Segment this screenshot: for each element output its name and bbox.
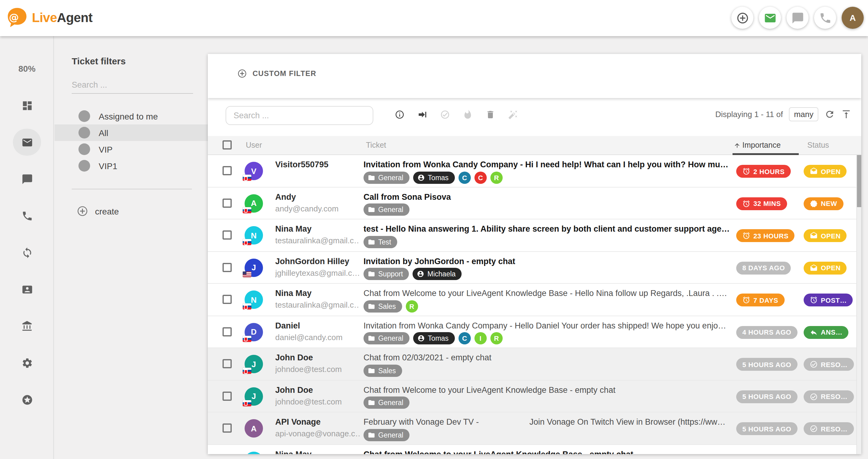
sk-flag-icon [243,239,251,245]
user-email: api-vonage@vonage.c… [275,429,360,438]
status-badge: OPEN [804,261,847,274]
us-flag-icon [243,271,251,277]
liveagent-bubble-icon: @ [5,6,28,29]
dashboard-icon [21,100,33,111]
sidebar-item-billing[interactable] [13,313,41,339]
sidebar-item-dashboard[interactable] [13,92,41,119]
filter-item-vip[interactable]: VIP [55,141,208,158]
brand-text: LiveAgent [32,10,93,25]
account-avatar[interactable]: A [842,7,864,29]
sidebar-item-tickets[interactable] [13,129,41,156]
calls-button[interactable] [814,7,836,29]
sidebar-item-chats[interactable] [13,165,41,192]
filters-search-input[interactable] [72,76,193,94]
sidebar-item-settings[interactable] [13,349,41,376]
open-envelope-icon [810,264,818,272]
ticket-row[interactable]: VVisitor550795Invitation from Wonka Cand… [208,155,861,187]
custom-filter-label: CUSTOM FILTER [253,69,316,78]
info-icon[interactable] [395,110,405,120]
row-checkbox[interactable] [222,391,232,400]
sk-flag-icon [243,400,251,406]
column-importance-sort[interactable]: Importance [734,141,781,150]
person-circle-icon [417,270,425,277]
sidebar-item-contacts[interactable] [13,276,41,303]
chats-button[interactable] [786,7,809,29]
ticket-title[interactable]: Invitation from Wonka Candy Company - He… [364,321,730,330]
column-status[interactable]: Status [807,141,829,150]
scrollbar[interactable] [856,155,861,454]
transfer-icon[interactable] [417,110,427,120]
create-filter-button[interactable]: create [76,205,119,217]
filter-label: Assigned to me [99,111,158,121]
scroll-top-icon[interactable] [841,109,851,120]
ticket-title[interactable]: Invitation from Wonka Candy Company - Hi… [364,160,730,169]
status-cell: NEW [804,197,843,210]
ticket-row[interactable]: DDanieldaniel@candy.comInvitation from W… [208,316,861,348]
add-new-button[interactable] [731,7,753,29]
sidebar-item-automation[interactable] [13,239,41,266]
ticket-row[interactable]: JJohnGordon Hilleyjghilleytexas@gmail.c…… [208,252,861,284]
filter-item-all[interactable]: All [55,124,208,141]
status-badge: RESO… [804,358,854,371]
ticket-row[interactable]: NNina Maytestauralinka@gmail.c…Chat from… [208,445,861,454]
refresh-icon[interactable] [825,109,835,120]
select-all-checkbox[interactable] [222,140,232,150]
importance-cell: 23 HOURS [736,229,795,242]
top-header: @ LiveAgent A [0,0,868,36]
row-checkbox[interactable] [222,263,232,272]
importance-cell: 5 HOURS AGO [736,390,798,403]
ticket-title[interactable]: February with Vonage Dev TV - Join Vonag… [364,417,730,427]
ticket-row[interactable]: JJohn Doejohndoe@test.comChat from Welco… [208,380,861,413]
page-size-box[interactable]: many [789,107,818,121]
department-tag: General [364,332,409,345]
tickets-toolbar: Displaying 1 - 11 of many [208,98,861,136]
row-checkbox[interactable] [222,198,232,207]
custom-filter-button[interactable]: CUSTOM FILTER [237,69,316,78]
user-email: testauralinka@gmail.c… [275,236,360,245]
ticket-row[interactable]: JJohn Doejohndoe@test.comChat from 02/03… [208,348,861,380]
filter-item-assigned-to-me[interactable]: Assigned to me [55,108,208,124]
ticket-title[interactable]: Call from Sona Pisova [364,192,730,201]
ticket-title[interactable]: Chat from Welcome to your LiveAgent Know… [364,450,730,454]
ticket-row[interactable]: NNina Maytestauralinka@gmail.c…test - He… [208,219,861,252]
row-checkbox[interactable] [222,166,232,175]
resolve-icon[interactable] [440,110,450,120]
merge-icon[interactable] [508,110,518,120]
ticket-row[interactable]: NNina Maytestauralinka@gmail.c…Chat from… [208,284,861,316]
folder-icon [368,238,375,245]
sidebar-item-starred[interactable] [13,386,41,413]
ticket-tags: GeneralTomasCCR [364,171,503,184]
ticket-title[interactable]: Invitation by JohnGordon - empty chat [364,257,730,266]
agent-tag: Tomas [413,171,455,184]
scrollbar-thumb[interactable] [857,155,861,207]
user-email: andy@candy.com [275,204,360,213]
ticket-title[interactable]: Chat from Welcome to your LiveAgent Know… [364,385,730,394]
row-checkbox[interactable] [222,295,232,304]
ticket-search-input[interactable] [225,106,373,125]
department-tag: Support [364,268,409,280]
emails-button[interactable] [759,7,781,29]
status-cell: RESO… [804,422,854,435]
arrow-up-icon [734,142,741,149]
check-circle-icon [810,393,818,400]
contact-card-icon [21,284,33,295]
ticket-title[interactable]: Chat from 02/03/2021 - empty chat [364,353,730,362]
ticket-title[interactable]: test - Hello Nina answering 1. Ability s… [364,224,730,233]
delete-icon[interactable] [486,110,495,120]
row-checkbox[interactable] [222,359,232,368]
ticket-title[interactable]: Chat from Welcome to your LiveAgent Know… [364,289,730,298]
priority-icon[interactable] [463,110,473,120]
ticket-row[interactable]: AAndyandy@candy.comCall from Sona Pisova… [208,187,861,219]
row-checkbox[interactable] [222,230,232,240]
ticket-filters-panel: Ticket filters Assigned to meAllVIPVIP1 … [55,36,208,459]
filters-divider [72,189,192,189]
filter-item-vip1[interactable]: VIP1 [55,158,208,174]
row-checkbox[interactable] [222,327,232,336]
importance-cell: 2 HOURS [736,165,791,178]
ticket-row[interactable]: AAPI Vonageapi-vonage@vonage.c…February … [208,413,861,445]
row-checkbox[interactable] [222,423,232,433]
chat-icon [21,173,33,185]
brand-logo[interactable]: @ LiveAgent [5,6,93,29]
table-header: User Ticket Importance Status [208,136,861,155]
sidebar-item-calls[interactable] [13,202,41,229]
